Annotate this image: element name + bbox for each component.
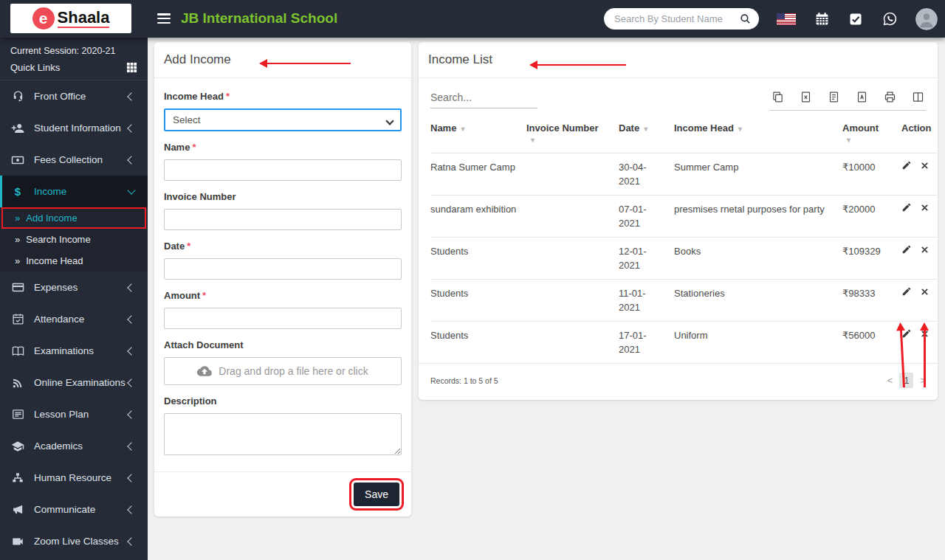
export-pdf-icon[interactable] xyxy=(856,91,868,103)
copy-icon[interactable] xyxy=(772,91,784,103)
edit-icon[interactable] xyxy=(901,286,912,297)
sidebar-item-fees-collection[interactable]: Fees Collection xyxy=(0,144,148,176)
prev-page-button[interactable]: < xyxy=(887,375,893,386)
print-icon[interactable] xyxy=(884,91,896,103)
calendar-icon[interactable] xyxy=(814,11,830,27)
amount-field[interactable] xyxy=(164,308,402,329)
sidebar-item-academics[interactable]: Academics xyxy=(0,430,148,462)
required-marker: * xyxy=(192,142,196,153)
column-header-income-head[interactable]: Income Head▾ xyxy=(674,114,842,153)
submenu-item-add-income[interactable]: » Add Income xyxy=(0,207,148,229)
sidebar-item-label: Attendance xyxy=(34,314,128,325)
sidebar-item-label: Front Office xyxy=(34,91,128,102)
sidebar-item-label: Lesson Plan xyxy=(34,409,128,420)
next-page-button[interactable]: > xyxy=(920,375,926,386)
column-header-amount[interactable]: Amount▾ xyxy=(842,114,901,153)
sidebar-item-label: Communicate xyxy=(34,504,128,515)
sidebar-item-expenses[interactable]: Expenses xyxy=(0,272,148,303)
edit-icon[interactable] xyxy=(901,244,912,255)
income-list-footer: Records: 1 to 5 of 5 < 1 > xyxy=(419,363,938,400)
table-row: Ratna Sumer Camp 30-04-2021 Summer Camp … xyxy=(430,153,937,196)
name-field[interactable] xyxy=(164,159,402,181)
sitemap-icon xyxy=(10,472,25,484)
income-list-title: Income List xyxy=(428,52,492,67)
student-search-input[interactable] xyxy=(614,13,739,24)
cell-amount: ₹56000 xyxy=(842,322,901,364)
language-flag-icon[interactable] xyxy=(777,13,796,25)
sidebar-item-examinations[interactable]: Examinations xyxy=(0,335,148,367)
submenu-item-income-head[interactable]: » Income Head xyxy=(0,250,148,272)
submenu-item-label: Search Income xyxy=(26,234,90,245)
quick-links[interactable]: Quick Links xyxy=(10,62,137,73)
file-dropzone[interactable]: Drag and drop a file here or click xyxy=(164,357,402,385)
records-count: Records: 1 to 5 of 5 xyxy=(430,376,498,385)
task-check-icon[interactable] xyxy=(848,11,864,27)
sidebar-item-communicate[interactable]: Communicate xyxy=(0,494,148,525)
sidebar-item-student-information[interactable]: Student Information xyxy=(0,112,148,144)
delete-icon[interactable] xyxy=(920,287,929,297)
export-excel-icon[interactable] xyxy=(800,91,812,103)
pagination: < 1 > xyxy=(887,373,926,388)
whatsapp-icon[interactable] xyxy=(882,11,898,27)
cell-name: sundaram exhibition xyxy=(430,196,526,238)
table-search-input[interactable] xyxy=(430,89,537,108)
sidebar-item-attendance[interactable]: Attendance xyxy=(0,303,148,335)
delete-icon[interactable] xyxy=(920,245,929,255)
column-header-name[interactable]: Name▾ xyxy=(430,114,526,153)
column-header-invoice-number[interactable]: Invoice Number▾ xyxy=(526,114,619,153)
sidebar-item-label: Fees Collection xyxy=(34,154,128,165)
graduation-cap-icon xyxy=(10,440,25,453)
student-search[interactable] xyxy=(604,8,759,30)
calendar-check-icon xyxy=(10,313,25,325)
invoice-number-field[interactable] xyxy=(164,209,402,230)
submenu-item-search-income[interactable]: » Search Income xyxy=(0,229,148,250)
megaphone-icon xyxy=(10,503,25,516)
columns-icon[interactable] xyxy=(912,91,924,103)
sidebar-item-front-office[interactable]: Front Office xyxy=(0,80,148,112)
chevron-left-icon xyxy=(127,283,135,291)
export-csv-icon[interactable] xyxy=(828,91,840,103)
sidebar: Current Session: 2020-21 Quick Links Fro… xyxy=(0,38,148,560)
double-angle-icon: » xyxy=(15,234,20,245)
sidebar-item-income[interactable]: $ Income xyxy=(0,176,148,207)
edit-icon[interactable] xyxy=(901,202,912,212)
edit-icon[interactable] xyxy=(901,160,912,170)
chevron-left-icon xyxy=(127,410,135,418)
income-list-toolbar xyxy=(419,78,938,114)
delete-icon[interactable] xyxy=(920,161,929,170)
logo[interactable]: e Shaala xyxy=(10,4,131,33)
app-header: e Shaala JB International School xyxy=(0,0,945,38)
table-header-row: Name▾ Invoice Number▾ Date▾ Income Head▾… xyxy=(430,114,937,153)
cell-income-head: presmises rnetal purposes for party xyxy=(674,196,842,238)
sidebar-item-human-resource[interactable]: Human Resource xyxy=(0,462,148,494)
delete-icon[interactable] xyxy=(920,203,929,212)
edit-icon[interactable] xyxy=(901,328,912,339)
required-marker: * xyxy=(226,91,230,102)
save-button[interactable]: Save xyxy=(354,483,399,506)
date-label: Date* xyxy=(164,241,402,252)
person-add-icon xyxy=(10,122,25,135)
school-name: JB International School xyxy=(181,10,337,27)
user-avatar[interactable] xyxy=(915,8,938,30)
page-number[interactable]: 1 xyxy=(899,373,913,388)
income-head-select[interactable]: Select xyxy=(164,108,402,131)
cell-name: Ratna Sumer Camp xyxy=(430,153,526,196)
delete-icon[interactable] xyxy=(920,329,929,339)
sidebar-item-online-examinations[interactable]: Online Examinations xyxy=(0,367,148,398)
cell-invoice-number xyxy=(526,196,619,238)
grid-icon[interactable] xyxy=(126,62,137,73)
cell-amount: ₹10000 xyxy=(842,153,901,196)
description-field[interactable] xyxy=(164,413,402,455)
sidebar-item-label: Zoom Live Classes xyxy=(34,536,128,547)
date-field[interactable] xyxy=(164,258,402,280)
column-header-date[interactable]: Date▾ xyxy=(619,114,674,153)
sort-caret-icon: ▾ xyxy=(847,136,896,144)
sidebar-item-zoom-live-classes[interactable]: Zoom Live Classes xyxy=(0,525,148,557)
hamburger-menu-icon[interactable] xyxy=(157,13,171,24)
search-icon[interactable] xyxy=(739,13,752,25)
page: e Shaala JB International School xyxy=(0,0,945,560)
income-head-label: Income Head* xyxy=(164,91,402,102)
chevron-down-icon xyxy=(127,186,135,194)
sidebar-item-lesson-plan[interactable]: Lesson Plan xyxy=(0,398,148,430)
chevron-left-icon xyxy=(127,442,135,450)
